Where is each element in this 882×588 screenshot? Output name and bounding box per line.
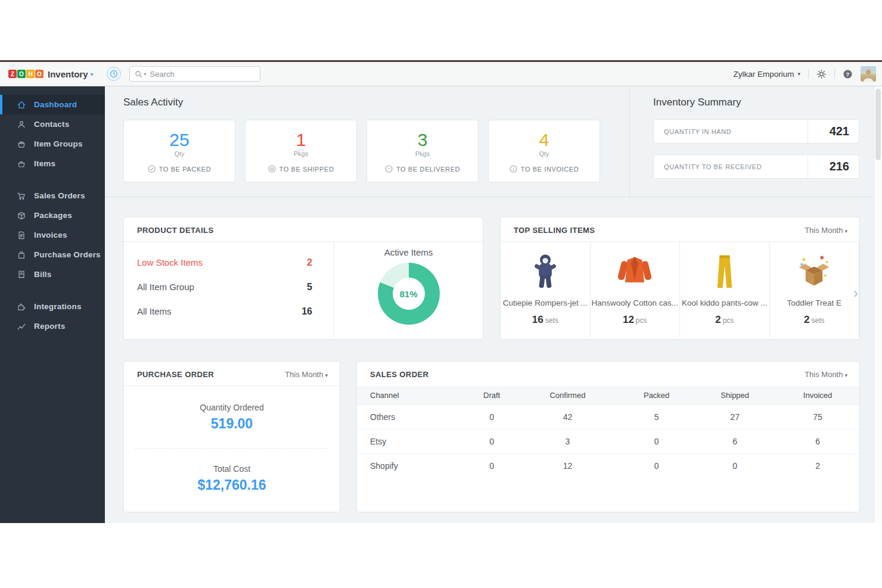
to-be-delivered-card[interactable]: 3 Pkgs TO BE DELIVERED [367,120,479,182]
sidebar-item-integrations[interactable]: Integrations [0,297,105,316]
low-stock-items-row[interactable]: Low Stock Items 2 [124,250,334,275]
chevron-down-icon: ▾ [844,372,847,378]
sidebar-item-packages[interactable]: Packages [0,206,105,225]
quantity-ordered-metric: Quantity Ordered 519.00 [124,386,340,448]
to-be-shipped-card[interactable]: 1 Pkgs TO BE SHIPPED [245,120,357,182]
zoho-logo-tiles: Z O H O [8,70,44,78]
check-circle-icon [148,165,156,173]
all-item-group-row[interactable]: All Item Group 5 [124,275,334,299]
product-name: Cutiepie Rompers-jet ... [501,298,590,307]
sales-order-table: Channel Draft Confirmed Packed Shipped I… [357,386,859,478]
value-cell: 0 [467,405,515,429]
summary-value: 421 [808,120,859,143]
row-label: All Items [137,306,302,316]
scrollbar-thumb[interactable] [875,89,881,160]
all-items-row[interactable]: All Items 16 [124,299,334,323]
metric-label: TO BE SHIPPED [279,166,334,173]
top-selling-item[interactable]: Hanswooly Cotton cas... 12pcs [591,242,681,337]
card-header: PURCHASE ORDER This Month▾ [124,362,340,386]
scrollbar[interactable] [874,86,882,523]
value-cell: 5 [619,405,694,429]
top-selling-carousel: Cutiepie Rompers-jet ... 16sets [501,242,859,337]
settings-button[interactable] [816,69,827,79]
sidebar-item-label: Contacts [34,120,69,129]
product-image-orange-cardigan [591,249,680,294]
invoiced-circle-icon [510,165,517,173]
summary-value: 216 [808,155,859,178]
card-title: PURCHASE ORDER [137,370,214,379]
zoho-inventory-logo[interactable]: Z O H O Inventory ▾ [8,69,94,79]
org-switcher[interactable]: Zylkar Emporium ▾ [733,70,800,79]
sidebar-item-contacts[interactable]: Contacts [0,114,105,134]
logo-tile: H [26,70,35,78]
sidebar-item-invoices[interactable]: Invoices [0,225,105,245]
value-cell: 6 [776,429,859,453]
metric-value: 519.00 [124,416,340,432]
top-selling-item[interactable]: Kool kiddo pants-cow ... 2pcs [680,242,770,337]
app-window: Z O H O Inventory ▾ ▾ Zylkar Emp [0,60,882,523]
sidebar-group-gap [0,284,105,297]
product-qty: 12pcs [591,314,680,326]
to-be-packed-card[interactable]: 25 Qty TO BE PACKED [123,120,235,182]
top-selling-item[interactable]: Toddler Treat E 2sets [770,242,860,337]
sidebar-item-item-groups[interactable]: Item Groups [0,134,105,154]
search-scope-caret-icon[interactable]: ▾ [144,71,147,77]
metric-unit: Qty [124,150,235,157]
sidebar-item-purchase-orders[interactable]: Purchase Orders [0,245,105,265]
chevron-down-icon: ▾ [91,71,94,77]
top-selling-item[interactable]: Cutiepie Rompers-jet ... 16sets [501,242,591,337]
value-cell: 0 [467,453,515,478]
period-dropdown[interactable]: This Month▾ [285,370,328,379]
chevron-down-icon: ▾ [844,228,847,234]
period-dropdown[interactable]: This Month▾ [805,226,847,235]
channel-cell: Shopify [357,453,467,478]
product-details-card: PRODUCT DETAILS Low Stock Items 2 All It… [123,217,483,340]
metric-value: $12,760.16 [135,477,329,493]
sidebar-item-label: Purchase Orders [34,250,101,259]
period-dropdown[interactable]: This Month▾ [805,370,847,379]
sidebar-item-items[interactable]: Items [0,154,105,173]
sidebar-item-dashboard[interactable]: Dashboard [0,95,105,114]
qty-unit: sets [545,316,558,325]
sidebar-item-sales-orders[interactable]: Sales Orders [0,186,105,206]
sidebar-item-label: Packages [34,211,72,220]
help-button[interactable]: ? [843,69,853,79]
table-row: Shopify 0 12 0 0 2 [357,453,859,478]
topbar: Z O H O Inventory ▾ ▾ Zylkar Emp [0,62,882,86]
metric-label-row: TO BE SHIPPED [246,165,356,173]
metric-label: Total Cost [135,464,329,474]
top-selling-items-card: TOP SELLING ITEMS This Month▾ [500,217,860,340]
period-label: This Month [805,226,843,235]
value-cell: 0 [694,453,776,478]
channel-cell: Etsy [357,429,467,453]
search-icon [135,70,142,78]
history-clock-icon [110,70,118,78]
metric-value: 1 [246,130,356,150]
divider [808,69,809,79]
active-items-title: Active Items [334,247,483,257]
value-cell: 3 [516,429,619,453]
product-name: Hanswooly Cotton cas... [591,298,680,307]
qty-value: 2 [715,314,720,325]
sidebar-item-reports[interactable]: Reports [0,316,105,336]
recent-activity-button[interactable] [107,67,121,81]
row-value: 2 [307,257,312,268]
to-be-invoiced-card[interactable]: 4 Qty TO BE INVOICED [488,120,600,182]
metric-label-row: TO BE PACKED [124,165,235,173]
search-input[interactable] [150,70,255,79]
inventory-summary-section: Inventory Summary QUANTITY IN HAND 421 Q… [630,86,882,197]
user-avatar[interactable] [861,66,876,82]
org-name: Zylkar Emporium [733,70,794,79]
basket-group-icon [17,139,26,149]
delivered-circle-icon [385,165,393,173]
basket-icon [17,159,26,169]
carousel-next-icon[interactable]: › [853,286,858,300]
user-icon [17,120,26,129]
gear-icon [816,69,827,79]
sidebar-item-bills[interactable]: Bills [0,265,105,284]
product-qty: 2pcs [680,314,769,326]
quantity-in-hand-row: QUANTITY IN HAND 421 [653,119,859,144]
product-details-list: Low Stock Items 2 All Item Group 5 All I… [124,242,334,337]
cart-icon [17,191,26,201]
sales-activity-cards: 25 Qty TO BE PACKED 1 Pkgs [123,120,629,182]
